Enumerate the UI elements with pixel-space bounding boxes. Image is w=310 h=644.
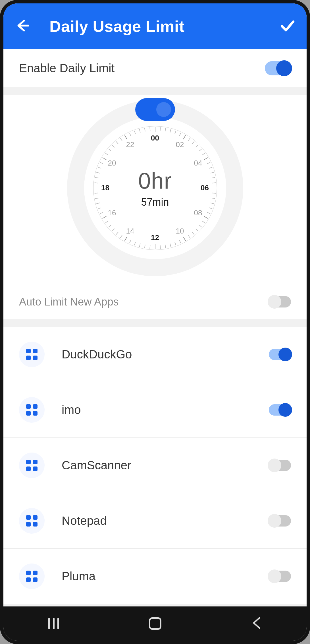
clock-section: 000204060810121416182022 0hr 57min (3, 95, 307, 285)
app-toggle[interactable] (269, 515, 291, 527)
check-icon (279, 18, 295, 34)
nav-back-button[interactable] (251, 617, 262, 630)
app-icon (19, 397, 45, 423)
app-icon (19, 564, 45, 589)
dial-center: 0hr 57min (67, 100, 243, 276)
auto-limit-label: Auto Limit New Apps (19, 296, 119, 308)
nav-home-button[interactable] (149, 617, 161, 630)
app-name: DuckDuckGo (62, 348, 269, 361)
app-row: DuckDuckGo (3, 327, 307, 382)
screen: Daily Usage Limit Enable Daily Limit 000… (3, 3, 307, 641)
app-toggle[interactable] (269, 349, 291, 360)
page-title: Daily Usage Limit (49, 17, 259, 36)
app-toggle[interactable] (269, 404, 291, 416)
app-name: Notepad (62, 514, 269, 528)
chevron-left-icon (251, 617, 262, 629)
app-header: Daily Usage Limit (3, 3, 307, 49)
app-row: Notepad (3, 493, 307, 549)
app-row: imo (3, 382, 307, 438)
app-icon (19, 453, 45, 478)
dial-handle[interactable] (135, 98, 175, 121)
arrow-left-icon (15, 18, 30, 33)
app-toggle[interactable] (269, 460, 291, 471)
app-row: CamScanner (3, 438, 307, 493)
section-gap (3, 87, 307, 95)
app-name: Pluma (62, 569, 269, 583)
nav-recents-button[interactable] (48, 618, 59, 629)
back-button[interactable] (15, 18, 30, 34)
confirm-button[interactable] (279, 18, 295, 35)
enable-label: Enable Daily Limit (19, 61, 115, 75)
app-row: Pluma (3, 549, 307, 604)
section-gap (3, 319, 307, 327)
app-toggle[interactable] (269, 571, 291, 582)
device-frame: Daily Usage Limit Enable Daily Limit 000… (0, 0, 310, 644)
dial-minutes: 57min (141, 196, 169, 208)
system-nav-bar (3, 606, 307, 641)
app-name: imo (62, 403, 269, 417)
app-icon (19, 508, 45, 534)
app-name: CamScanner (62, 459, 269, 472)
enable-toggle[interactable] (265, 61, 291, 75)
app-list: DuckDuckGoimoCamScannerNotepadPluma (3, 327, 307, 604)
dial-hours: 0hr (138, 168, 172, 194)
auto-limit-row: Auto Limit New Apps (3, 285, 307, 319)
time-dial[interactable]: 000204060810121416182022 0hr 57min (67, 100, 243, 276)
app-icon (19, 342, 45, 367)
enable-row: Enable Daily Limit (3, 49, 307, 87)
auto-limit-toggle[interactable] (269, 296, 291, 307)
